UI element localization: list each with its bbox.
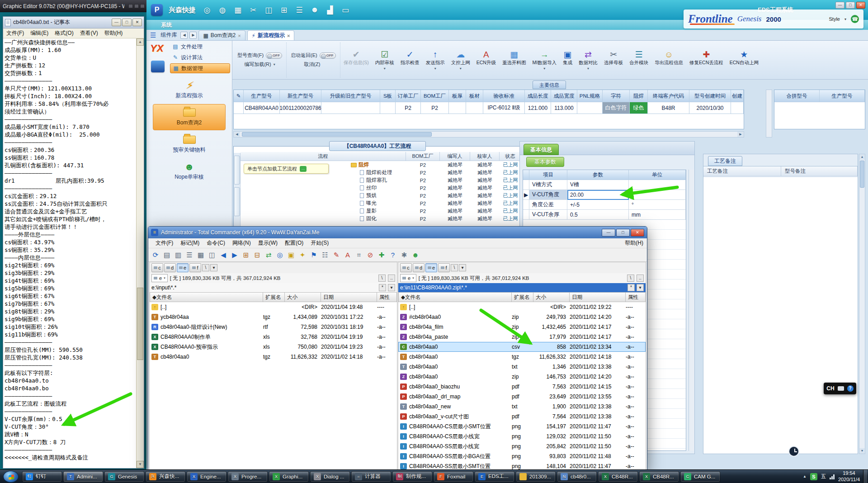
taskbar-button[interactable]: 制作规... bbox=[392, 471, 432, 482]
window-control-button[interactable]: — bbox=[835, 2, 844, 9]
network-icon[interactable] bbox=[830, 474, 835, 479]
tc-titlebar[interactable]: ≡ Administrator - Total Commander (x64) … bbox=[148, 227, 647, 238]
column-header[interactable]: 成品长度 bbox=[525, 90, 551, 102]
column-header[interactable]: 状态 bbox=[500, 152, 521, 161]
grid-vertical-scrollbar[interactable] bbox=[766, 90, 772, 137]
start-button[interactable] bbox=[3, 471, 19, 483]
param-row[interactable]: V-CUT余厚 0.5 mm bbox=[523, 210, 686, 220]
column-header[interactable]: 属性 bbox=[626, 292, 646, 302]
drive-button[interactable]: c bbox=[400, 263, 412, 272]
column-header[interactable]: 合拼型号 bbox=[774, 90, 820, 102]
scroll-down-icon[interactable]: ▼ bbox=[137, 461, 144, 468]
toggle-sub-label[interactable]: 编写加载(R) bbox=[244, 61, 271, 68]
column-header[interactable]: 订单工厂 bbox=[396, 90, 421, 102]
file-row[interactable]: cb48r04aa0 txt 1,346 2020/11/02 13:38 -a… bbox=[398, 362, 646, 372]
eds-toolbar-icon[interactable]: ☻ bbox=[309, 5, 320, 15]
tc-toolbar-icon[interactable]: ▤ bbox=[161, 250, 172, 260]
tc-toolbar-icon[interactable]: ☻ bbox=[410, 250, 421, 260]
tc-toolbar-icon[interactable]: ⟳ bbox=[150, 250, 161, 260]
history-button[interactable]: ▾ bbox=[637, 284, 644, 291]
file-row[interactable]: CB48R04AA0-CS层最小SMT位置 png 154,197 2020/1… bbox=[398, 421, 646, 431]
drive-combo[interactable]: e▾ bbox=[151, 274, 168, 282]
updir-button[interactable]: .. bbox=[388, 275, 395, 282]
column-header[interactable]: 编写人 bbox=[440, 152, 470, 161]
file-row[interactable]: CB48R04AA0-SS层最小线宽 png 205,842 2020/11/0… bbox=[398, 441, 646, 451]
filter-button[interactable]: * bbox=[627, 284, 635, 291]
param-row[interactable]: V槽方式 V槽 bbox=[523, 180, 686, 190]
input-method-indicator[interactable]: 五 bbox=[821, 473, 826, 480]
column-header[interactable]: 升级前旧生产型号 bbox=[321, 90, 380, 102]
ime-language-bar[interactable]: CH ? bbox=[824, 383, 856, 394]
tc-toolbar-icon[interactable]: ⇄ bbox=[263, 250, 274, 260]
taskbar-button[interactable]: Foxmail bbox=[434, 471, 473, 482]
file-row[interactable]: cb48r04aa0 tgz 11,626,332 2020/11/02 14:… bbox=[398, 352, 646, 362]
menu-item[interactable]: 查看(V) bbox=[77, 29, 101, 37]
ribbon-button[interactable]: ☁ 文控上网 ▾ bbox=[448, 42, 473, 78]
column-header[interactable]: 参数 bbox=[567, 170, 629, 180]
sidebar-item[interactable]: Bom查询2 bbox=[153, 104, 226, 130]
taskbar-button[interactable]: 钉钉 bbox=[22, 471, 62, 482]
file-row[interactable]: cb48r04aa0-阻焊设计(New) rtf 72,598 2020/10/… bbox=[150, 322, 397, 332]
toggle-switch[interactable]: OFF bbox=[266, 52, 282, 59]
drive-button[interactable]: c bbox=[151, 263, 163, 272]
main-info-tab[interactable]: 主要信息 bbox=[533, 80, 566, 89]
menu-item[interactable]: 显示(W) bbox=[255, 239, 281, 247]
column-header[interactable]: 创建 bbox=[731, 90, 744, 102]
scroll-up-icon[interactable]: ▲ bbox=[137, 38, 144, 46]
history-button[interactable]: ▾ bbox=[388, 284, 395, 291]
taskbar-button[interactable]: 计算器 bbox=[351, 471, 391, 482]
taskbar-button[interactable]: CB48R... bbox=[639, 471, 679, 482]
root-button[interactable]: \ bbox=[202, 264, 209, 271]
file-row[interactable]: cb48r04a_film zip 1,432,465 2020/11/02 1… bbox=[398, 322, 646, 332]
hamburger-icon[interactable]: ☰ bbox=[150, 31, 156, 39]
document-tab[interactable]: ▦ Bom查询2 × bbox=[198, 30, 245, 40]
ribbon-button[interactable]: ☑ 内部审核 ▾ bbox=[372, 42, 397, 78]
menu-item[interactable]: 配置(O) bbox=[281, 239, 307, 247]
process-tree-row[interactable]: 预烘 P2 臧艳琴 臧艳琴 已上网 bbox=[241, 192, 521, 199]
phone-icon[interactable]: ☎ bbox=[851, 15, 859, 23]
column-header[interactable]: 新生产型号 bbox=[280, 90, 321, 102]
notepad-titlebar[interactable]: cb48r04aa0.txt - 记事本 —□✕ bbox=[3, 17, 144, 28]
chevron-down-icon[interactable]: ▾ bbox=[844, 17, 846, 21]
toggle-switch[interactable]: OFF bbox=[320, 52, 336, 59]
taskbar-button[interactable]: CB48R... bbox=[598, 471, 638, 482]
column-header[interactable]: 大小 bbox=[285, 292, 321, 302]
sidebar-app-icon[interactable] bbox=[151, 61, 165, 72]
tc-toolbar-icon[interactable]: ☷ bbox=[320, 250, 330, 260]
model-grid-row[interactable]: CB48R04AA0 10011200020786 P2 P2 IPC-6012… bbox=[234, 102, 744, 114]
eds-toolbar-icon[interactable]: ◍ bbox=[217, 5, 228, 15]
toggle-sub-label[interactable]: 取消(Z) bbox=[304, 61, 320, 68]
tc-toolbar-icon[interactable]: A bbox=[342, 250, 353, 260]
ribbon-button[interactable]: ✓ 指示检查 bbox=[397, 42, 423, 78]
ribbon-button[interactable]: A ECN升级 bbox=[473, 42, 499, 78]
file-row[interactable]: cb48r04aa0_new txt 1,900 2020/11/02 13:3… bbox=[398, 402, 646, 412]
tc-toolbar-icon[interactable]: ◀ bbox=[218, 250, 229, 260]
column-header[interactable]: 板厚 bbox=[449, 90, 466, 102]
menu-item[interactable]: 编辑(E) bbox=[27, 29, 52, 37]
window-control-button[interactable]: ✕ bbox=[132, 19, 142, 26]
ribbon-button[interactable]: ↑ 发送指示 ▾ bbox=[423, 42, 448, 78]
taskbar-clock[interactable]: 19:54 2020/11/4 bbox=[838, 470, 860, 483]
ribbon-button[interactable]: ✚ 修复ECN丢流程 bbox=[686, 42, 726, 78]
eds-toolbar-icon[interactable]: ◎ bbox=[202, 5, 212, 15]
sidebar-menu-item[interactable]: ▤ 文件处理 bbox=[170, 42, 230, 52]
taskbar-button[interactable]: Progre... bbox=[228, 471, 268, 482]
file-row[interactable]: cb48r04aa0_drl_map pdf 23,649 2020/11/02… bbox=[398, 392, 646, 402]
eds-toolbar-icon[interactable]: ▭ bbox=[340, 5, 351, 15]
column-header[interactable]: S板 bbox=[380, 90, 396, 102]
system-menu[interactable]: 系统 bbox=[156, 20, 177, 30]
menu-item[interactable]: 文件(F) bbox=[152, 239, 177, 247]
tab-basic-info[interactable]: 基本信息 bbox=[524, 144, 559, 155]
column-header[interactable]: 生产型号 bbox=[820, 90, 865, 102]
graphic-editor-window-buttons[interactable] bbox=[127, 3, 145, 9]
column-header[interactable]: PNL规格 bbox=[577, 90, 603, 102]
tab-process-notes[interactable]: 工艺备注 bbox=[708, 156, 742, 166]
column-header[interactable]: BOM工厂 bbox=[421, 90, 449, 102]
process-tree-row[interactable]: 曝光 P2 臧艳琴 臧艳琴 已上网 bbox=[241, 199, 521, 207]
process-tree-row[interactable]: 丝印 P2 臧艳琴 臧艳琴 已上网 bbox=[241, 184, 521, 192]
ribbon-button[interactable]: → MI数据导入 ▾ bbox=[529, 42, 560, 78]
taskbar-button[interactable]: Engine... bbox=[187, 471, 226, 482]
param-value[interactable]: +/-5 bbox=[567, 200, 629, 210]
chevron-down-icon[interactable]: ▾ bbox=[274, 62, 275, 66]
column-header[interactable]: 日期 bbox=[321, 292, 377, 302]
